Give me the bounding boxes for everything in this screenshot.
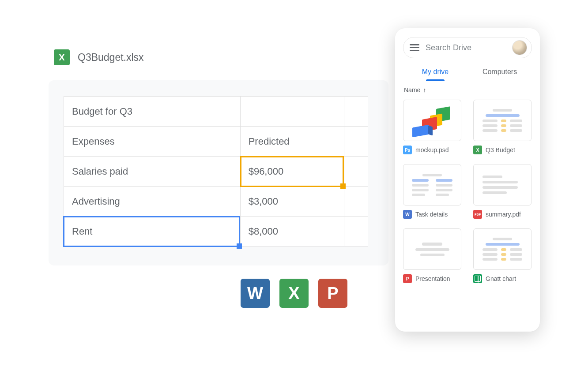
table-row[interactable]: Advertising $3,000 xyxy=(64,187,369,217)
cell[interactable]: Advertising xyxy=(64,187,241,217)
file-item[interactable]: P Presentation xyxy=(403,228,462,283)
table-row[interactable]: Expenses Predicted xyxy=(64,127,369,157)
drive-panel: Search Drive My drive Computers Name ↑ P… xyxy=(395,28,540,332)
file-item[interactable]: PDF summary.pdf xyxy=(473,164,532,219)
search-input[interactable]: Search Drive xyxy=(426,43,506,52)
cell[interactable]: Budget for Q3 xyxy=(64,97,241,127)
cell[interactable] xyxy=(240,97,344,127)
excel-icon: X xyxy=(54,49,70,65)
table-row[interactable]: Rent $8,000 xyxy=(64,217,369,247)
word-icon: W xyxy=(241,279,270,308)
tab-computers[interactable]: Computers xyxy=(467,65,532,80)
sort-control[interactable]: Name ↑ xyxy=(404,86,532,93)
cell[interactable]: Predicted xyxy=(240,127,344,157)
cell[interactable]: $3,000 xyxy=(240,187,344,217)
cell[interactable]: Salaries paid xyxy=(64,157,241,187)
avatar[interactable] xyxy=(512,40,527,55)
cell[interactable] xyxy=(344,217,368,247)
arrow-up-icon: ↑ xyxy=(423,86,426,93)
file-thumbnail xyxy=(403,228,461,270)
file-item[interactable]: Ps mockup.psd xyxy=(403,100,462,154)
cell[interactable] xyxy=(344,157,368,187)
file-name: Task details xyxy=(415,211,448,218)
sheets-icon xyxy=(473,274,482,283)
file-thumbnail xyxy=(473,228,531,270)
table-row[interactable]: Salaries paid $96,000 xyxy=(64,157,369,187)
cell-selected-yellow[interactable]: $96,000 xyxy=(240,157,344,187)
file-item[interactable]: Gnatt chart xyxy=(473,228,532,283)
cell[interactable] xyxy=(344,127,368,157)
tab-my-drive[interactable]: My drive xyxy=(403,65,467,80)
drive-tabs: My drive Computers xyxy=(403,65,532,80)
powerpoint-icon: P xyxy=(318,279,347,308)
excel-icon: X xyxy=(279,279,309,308)
file-name: summary.pdf xyxy=(486,211,521,218)
file-name: mockup.psd xyxy=(415,146,449,153)
pdf-icon: PDF xyxy=(473,210,482,219)
file-item[interactable]: W Task details xyxy=(403,164,462,219)
file-thumbnail xyxy=(473,100,531,141)
powerpoint-icon: P xyxy=(403,274,412,283)
file-name: Gnatt chart xyxy=(486,275,516,282)
file-name: Q3Budget.xlsx xyxy=(78,52,144,64)
cell-selected-blue[interactable]: Rent xyxy=(64,217,241,247)
sort-label: Name xyxy=(404,86,420,93)
cell[interactable]: Expenses xyxy=(64,127,241,157)
file-header: X Q3Budget.xlsx xyxy=(54,49,144,65)
file-item[interactable]: X Q3 Budget xyxy=(473,100,532,154)
cell[interactable] xyxy=(344,187,368,217)
file-name: Presentation xyxy=(415,275,450,282)
office-app-icons: W X P xyxy=(241,279,347,308)
excel-icon: X xyxy=(473,146,482,154)
menu-icon[interactable] xyxy=(410,44,419,51)
file-thumbnail xyxy=(403,164,461,205)
spreadsheet-card: Budget for Q3 Expenses Predicted Salarie… xyxy=(49,80,388,265)
file-thumbnail xyxy=(473,164,531,205)
word-icon: W xyxy=(403,210,412,219)
cell[interactable]: $8,000 xyxy=(240,217,344,247)
file-thumbnail xyxy=(403,100,461,141)
photoshop-icon: Ps xyxy=(403,146,412,154)
table-row[interactable]: Budget for Q3 xyxy=(64,97,369,127)
search-bar[interactable]: Search Drive xyxy=(403,37,532,58)
file-grid: Ps mockup.psd xyxy=(403,100,532,283)
file-name: Q3 Budget xyxy=(486,146,515,153)
cell[interactable] xyxy=(344,97,368,127)
spreadsheet-table[interactable]: Budget for Q3 Expenses Predicted Salarie… xyxy=(64,96,368,247)
